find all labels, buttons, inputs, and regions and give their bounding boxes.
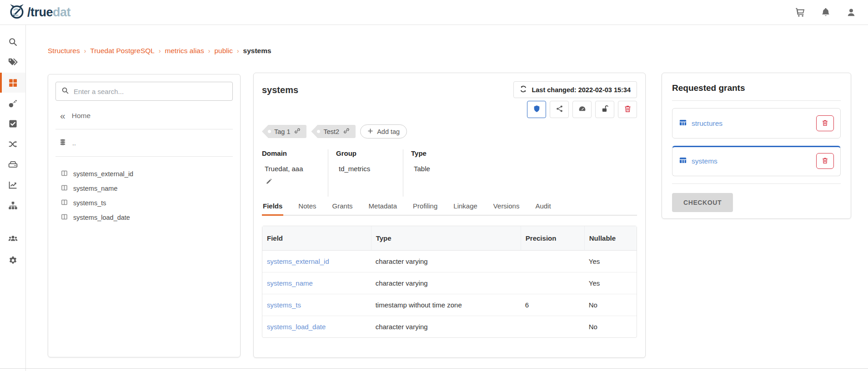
columns-icon [61,184,68,193]
tag-label: Test2 [323,128,339,135]
home-label: Home [72,112,90,120]
delete-button[interactable] [618,101,637,118]
field-type: timestamp without time zone [371,294,521,316]
column-item[interactable]: systems_name [61,181,233,196]
tab-fields[interactable]: Fields [262,198,283,216]
field-precision [521,272,584,294]
rail-hdd-icon[interactable] [0,154,25,174]
explorer-search[interactable] [55,82,233,101]
remove-grant-button[interactable] [816,115,834,131]
rail-key-icon[interactable] [0,93,25,113]
divider [672,100,841,101]
field-link[interactable]: systems_load_date [267,323,326,331]
rail-structures-icon[interactable] [0,73,25,93]
last-changed-box[interactable]: Last changed: 2022-02-03 15:34 [513,81,637,98]
domain-label: Domain [262,149,317,157]
rail-tags-icon[interactable] [0,52,25,72]
search-icon [61,87,69,96]
structure-explorer-panel: « Home .. systems_external_id systems_na… [48,74,241,357]
tab-versions[interactable]: Versions [492,198,521,215]
cart-icon[interactable] [795,7,805,17]
search-input[interactable] [74,88,227,95]
structure-actions [527,101,637,118]
tag-chip[interactable]: Test2 [311,125,356,138]
add-tag-label: Add tag [377,128,400,135]
table-row: systems_ts timestamp without time zone 6… [262,294,637,316]
column-item[interactable]: systems_load_date [61,210,233,225]
shield-icon [533,105,541,114]
tab-notes[interactable]: Notes [297,198,317,215]
edit-domain-button[interactable] [266,178,272,186]
field-nullable: No [584,294,637,316]
field-nullable: Yes [584,272,637,294]
rail-users-icon[interactable] [0,228,25,248]
trash-icon [822,157,828,165]
plus-icon [367,128,373,135]
tab-linkage[interactable]: Linkage [452,198,478,215]
field-link[interactable]: systems_ts [267,301,301,309]
tab-metadata[interactable]: Metadata [368,198,398,215]
logo-text-true: /true [27,5,53,19]
tag-row: Tag 1 Test2 Add tag [262,124,637,139]
rail-gear-icon[interactable] [0,250,25,270]
tab-audit[interactable]: Audit [534,198,552,215]
last-changed-label: Last changed: 2022-02-03 15:34 [532,86,631,94]
icon-rail [0,25,26,371]
breadcrumb-schema[interactable]: public [214,47,233,55]
owl-logo-icon [8,3,25,21]
rail-sitemap-icon[interactable] [0,195,25,215]
field-link[interactable]: systems_external_id [267,257,329,265]
share-icon [556,105,563,114]
tab-profiling[interactable]: Profiling [412,198,438,215]
rail-chart-line-icon[interactable] [0,175,25,195]
tab-grants[interactable]: Grants [331,198,354,215]
remove-grant-button[interactable] [816,153,834,169]
breadcrumb-database[interactable]: metrics alias [165,47,204,55]
page-title: systems [262,85,298,95]
rail-shuffle-icon[interactable] [0,134,25,154]
breadcrumb-separator: › [84,47,86,54]
detail-tabs: Fields Notes Grants Metadata Profiling L… [262,198,637,216]
column-list: systems_external_id systems_name systems… [55,167,233,225]
column-item[interactable]: systems_external_id [61,167,233,181]
field-type: character varying [371,251,521,272]
logo-text-dat: dat [53,5,70,19]
breadcrumb-separator: › [159,47,161,54]
type-label: Type [411,149,430,157]
user-icon[interactable] [846,7,856,17]
table-row: systems_name character varying Yes [262,272,637,294]
topbar-actions [795,7,860,17]
share-button[interactable] [550,101,569,118]
breadcrumb-system[interactable]: Truedat PostgreSQL [90,47,155,55]
topbar: /truedat [0,0,868,25]
column-label: systems_name [73,185,118,192]
breadcrumb-structures[interactable]: Structures [48,47,80,55]
rail-check-square-icon[interactable] [0,114,25,134]
protect-button[interactable] [527,101,546,118]
link-icon [294,128,301,135]
tag-chip[interactable]: Tag 1 [262,125,306,138]
bell-icon[interactable] [821,7,831,17]
checkout-button[interactable]: CHECKOUT [672,193,733,212]
add-tag-button[interactable]: Add tag [360,124,407,139]
explorer-home-link[interactable]: « Home [60,112,233,120]
columns-icon [61,199,68,207]
column-item[interactable]: systems_ts [61,196,233,210]
field-precision: 6 [521,294,584,316]
breadcrumb: Structures › Truedat PostgreSQL › metric… [48,47,271,55]
refresh-icon[interactable] [520,85,527,94]
column-label: systems_ts [73,199,106,207]
truedat-logo[interactable]: /truedat [8,3,70,21]
field-link[interactable]: systems_name [267,279,313,287]
table-icon [679,156,687,166]
column-label: systems_load_date [73,214,130,221]
field-precision [521,316,584,337]
explorer-parent-link[interactable]: .. [59,139,233,147]
rail-search-icon[interactable] [0,32,25,52]
profiling-button[interactable] [572,101,592,118]
gauge-icon [578,105,586,114]
table-row: systems_load_date character varying No [262,316,637,337]
grant-link[interactable]: systems [692,157,717,165]
grant-link[interactable]: structures [692,119,722,128]
lock-button[interactable] [595,101,614,118]
